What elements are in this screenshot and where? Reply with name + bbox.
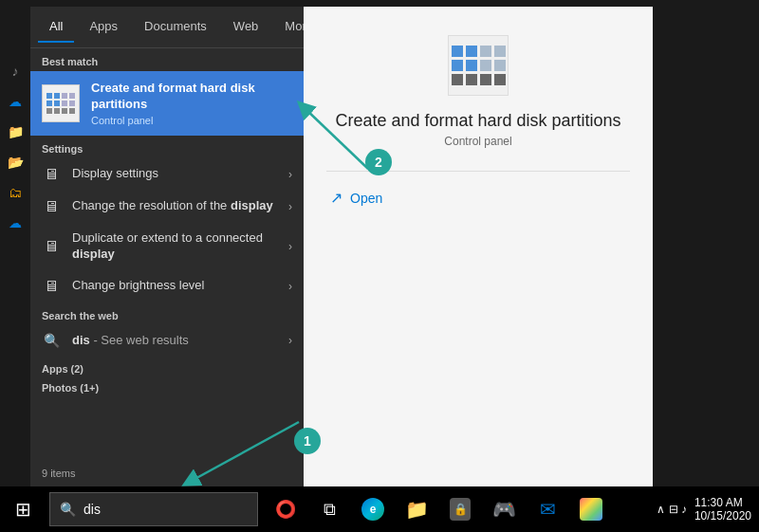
tab-apps[interactable]: Apps — [78, 11, 129, 43]
photo-icon — [580, 498, 602, 521]
game-button[interactable]: 🎮 — [484, 489, 524, 529]
open-label: Open — [350, 191, 382, 206]
search-icon: 🔍 — [42, 333, 61, 348]
menu-item-brightness[interactable]: 🖥 Change brightness level › — [30, 270, 304, 303]
annotation-2: 2 — [365, 149, 392, 175]
annotation-1: 1 — [294, 428, 321, 454]
best-match-subtitle: Control panel — [91, 115, 292, 126]
tab-bar: All Apps Documents Web More ▾ 🔔 ··· — [30, 7, 304, 48]
lock-button[interactable]: 🔒 — [440, 489, 480, 529]
start-button[interactable]: ⊞ — [0, 486, 46, 532]
folder-icon: 📁 — [405, 498, 429, 521]
right-panel-disk-icon — [448, 35, 509, 96]
menu-item-resolution[interactable]: 🖥 Change the resolution of the display › — [30, 191, 304, 223]
right-panel-title: Create and format hard disk partitions — [326, 111, 630, 131]
edge-button[interactable]: e — [353, 489, 393, 529]
sidebar-icon-cloud2: ☁ — [4, 211, 27, 234]
arrow-right-icon-3: › — [288, 240, 292, 253]
menu-item-resolution-text: Change the resolution of the display — [72, 198, 277, 214]
taskbar-system: ∧ ⊟ ♪ 11:30 AM10/15/2020 — [657, 496, 759, 523]
desktop: ♪ ☁ 📁 📂 🗂 ☁ All Apps Documents Web More … — [0, 0, 759, 532]
display-icon-4: 🖥 — [42, 278, 61, 295]
game-icon: 🎮 — [492, 498, 516, 521]
best-match-label: Best match — [30, 48, 304, 71]
search-panel: All Apps Documents Web More ▾ 🔔 ··· Best… — [30, 7, 304, 486]
settings-label: Settings — [30, 136, 304, 158]
sidebar-icon-folder2: 📂 — [4, 151, 27, 174]
web-search-text: dis - See web results — [72, 333, 277, 347]
task-view-button[interactable]: ⧉ — [309, 489, 349, 529]
open-button[interactable]: ↗ Open — [326, 183, 630, 212]
apps-section-label: Apps (2) — [30, 356, 304, 378]
photos-section-label: Photos (1+) — [30, 378, 304, 397]
disk-partition-icon — [42, 84, 80, 122]
arrow-right-icon-4: › — [288, 280, 292, 293]
tab-web[interactable]: Web — [222, 11, 270, 43]
menu-item-brightness-text: Change brightness level — [72, 278, 277, 294]
system-tray: ∧ ⊟ ♪ — [657, 503, 687, 516]
display-icon-3: 🖥 — [42, 238, 61, 255]
menu-item-display-settings-text: Display settings — [72, 166, 277, 182]
annotation-circle-1: 1 — [294, 428, 321, 454]
tab-all[interactable]: All — [38, 11, 74, 43]
tab-documents[interactable]: Documents — [133, 11, 218, 43]
menu-item-duplicate-text: Duplicate or extend to a connected displ… — [72, 230, 277, 263]
clock: 11:30 AM10/15/2020 — [694, 496, 751, 523]
mail-icon: ✉ — [540, 498, 556, 521]
cortana-button[interactable]: ⭕ — [266, 489, 305, 529]
arrow-right-icon: › — [288, 168, 292, 181]
right-panel: Create and format hard disk partitions C… — [304, 7, 653, 486]
best-match-text: Create and format hard disk partitions C… — [91, 81, 292, 126]
left-sidebar: ♪ ☁ 📁 📂 🗂 ☁ — [0, 52, 30, 488]
photo-app-button[interactable] — [571, 489, 611, 529]
display-icon: 🖥 — [42, 166, 61, 183]
web-search-query: dis — [72, 333, 90, 347]
sidebar-icon-cloud: ☁ — [4, 90, 27, 113]
edge-icon: e — [361, 498, 384, 521]
file-explorer-button[interactable]: 📁 — [397, 489, 436, 529]
web-search-item[interactable]: 🔍 dis - See web results › — [30, 325, 304, 356]
menu-item-display-settings[interactable]: 🖥 Display settings › — [30, 158, 304, 191]
mail-button[interactable]: ✉ — [528, 489, 567, 529]
taskbar-icons: ⭕ ⧉ e 📁 🔒 🎮 ✉ — [266, 489, 611, 529]
sidebar-icon-music: ♪ — [4, 60, 27, 83]
sidebar-icon-folder3: 🗂 — [4, 181, 27, 204]
web-search-label: Search the web — [30, 303, 304, 325]
arrow-right-icon-2: › — [288, 200, 292, 213]
items-count: 9 items — [30, 460, 304, 486]
best-match-item[interactable]: Create and format hard disk partitions C… — [30, 71, 304, 136]
menu-item-duplicate[interactable]: 🖥 Duplicate or extend to a connected dis… — [30, 223, 304, 270]
annotation-circle-2: 2 — [365, 149, 392, 175]
sidebar-icon-folder: 📁 — [4, 120, 27, 143]
taskbar-search-icon: 🔍 — [60, 502, 76, 517]
open-icon: ↗ — [330, 189, 342, 207]
web-search-hint: - See web results — [90, 333, 189, 347]
taskbar: ⊞ 🔍 dis ⭕ ⧉ e 📁 🔒 🎮 ✉ — [0, 486, 759, 532]
taskbar-search-box[interactable]: 🔍 dis — [49, 492, 258, 526]
display-icon-2: 🖥 — [42, 198, 61, 215]
arrow-right-icon-5: › — [288, 334, 292, 347]
best-match-title: Create and format hard disk partitions — [91, 81, 292, 113]
taskbar-search-value: dis — [83, 502, 101, 517]
lock-icon: 🔒 — [450, 498, 471, 521]
right-panel-subtitle: Control panel — [326, 135, 630, 148]
